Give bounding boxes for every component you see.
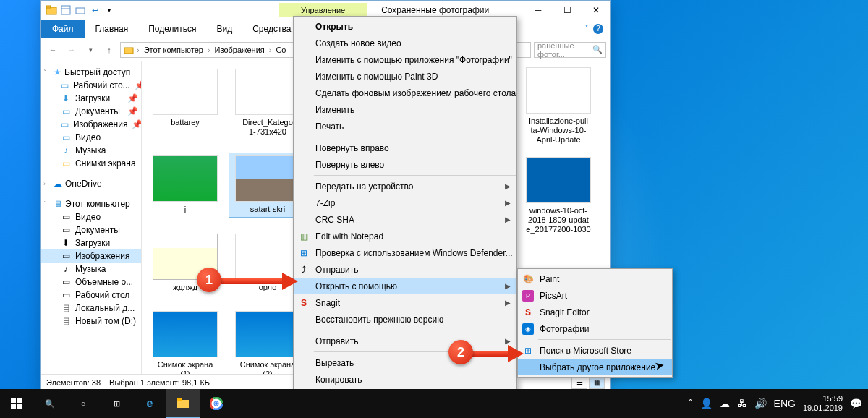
menu-defender[interactable]: ⊞Проверка с использованием Windows Defen…: [294, 244, 516, 261]
menu-cast[interactable]: Передать на устройство▶: [294, 178, 516, 195]
file-item[interactable]: j: [146, 153, 224, 217]
nav-pc-downloads[interactable]: ⬇Загрузки: [41, 236, 141, 249]
view-details-button[interactable]: ☰: [571, 376, 587, 389]
start-button[interactable]: [0, 389, 33, 418]
menu-notepad[interactable]: ▥Edit with Notepad++: [294, 228, 516, 244]
snagit-editor-icon: S: [522, 307, 534, 318]
nav-documents[interactable]: ▭Документы📌: [41, 105, 141, 118]
submenu-choose-app[interactable]: Выбрать другое приложение: [518, 359, 672, 375]
task-view-button[interactable]: ⊞: [100, 389, 133, 418]
nav-up-button[interactable]: ↑: [101, 42, 117, 58]
file-item[interactable]: windows-10-oct- 2018-1809-updat e_201772…: [519, 154, 597, 238]
search-input[interactable]: раненные фотог... 🔍: [534, 42, 606, 58]
close-button[interactable]: ✕: [582, 1, 610, 20]
nav-forward-button[interactable]: →: [64, 42, 80, 58]
nav-music[interactable]: ♪Музыка: [41, 144, 141, 157]
minimize-button[interactable]: ─: [524, 1, 553, 20]
edge-button[interactable]: e: [133, 389, 166, 418]
menu-print[interactable]: Печать: [294, 118, 516, 135]
nav-videos[interactable]: ▭Видео: [41, 131, 141, 144]
ribbon-help-icon[interactable]: ?: [593, 24, 603, 34]
menu-restore[interactable]: Восстановить прежнюю версию: [294, 311, 516, 328]
nav-pictures[interactable]: ▭Изображения📌: [41, 118, 141, 131]
annotation-arrow-2: [472, 351, 510, 357]
file-item[interactable]: Installazione-puli ta-Windows-10- April-…: [519, 64, 597, 148]
menu-cut[interactable]: Вырезать: [294, 354, 516, 371]
ribbon-file[interactable]: Файл: [41, 20, 85, 38]
svg-rect-6: [11, 398, 16, 403]
nav-quick-access[interactable]: ˅★Быстрый доступ: [41, 66, 141, 79]
menu-copy[interactable]: Копировать: [294, 371, 516, 388]
menu-open[interactable]: Открыть: [294, 18, 516, 35]
breadcrumb-folder[interactable]: Со: [274, 46, 287, 54]
tray-clock[interactable]: 15:59 19.01.2019: [803, 394, 843, 413]
tray-notifications-icon[interactable]: 💬: [850, 398, 862, 409]
menu-rotate-right[interactable]: Повернуть вправо: [294, 140, 516, 156]
file-item[interactable]: battarey: [146, 66, 224, 140]
nav-pc-pictures[interactable]: ▭Изображения: [41, 249, 141, 263]
tray-network-icon[interactable]: 🖧: [737, 398, 747, 409]
nav-pc-videos[interactable]: ▭Видео: [41, 210, 141, 223]
chrome-button[interactable]: [200, 389, 233, 418]
file-item[interactable]: Снимок экрана (1): [146, 308, 224, 374]
menu-7zip[interactable]: 7-Zip▶: [294, 195, 516, 211]
cortana-button[interactable]: ○: [67, 389, 100, 418]
submenu-snagit-editor[interactable]: SSnagit Editor: [518, 304, 672, 320]
annotation-arrow-1: [221, 278, 284, 284]
nav-pc-localdisk[interactable]: ⌸Локальный д...: [41, 302, 141, 315]
tray-language[interactable]: ENG: [774, 398, 796, 409]
view-icons-button[interactable]: ▦: [589, 376, 605, 389]
menu-crc[interactable]: CRC SHA▶: [294, 211, 516, 228]
tray-people-icon[interactable]: 👤: [700, 398, 712, 409]
nav-recent-button[interactable]: ▾: [82, 42, 98, 58]
menu-open-with[interactable]: Открыть с помощью▶: [294, 278, 516, 294]
svg-rect-4: [76, 8, 85, 14]
menu-set-wallpaper[interactable]: Сделать фоновым изображением рабочего ст…: [294, 85, 516, 101]
annotation-balloon-2: 2: [448, 340, 473, 364]
nav-back-button[interactable]: ←: [45, 42, 61, 58]
menu-edit[interactable]: Изменить: [294, 101, 516, 118]
nav-onedrive[interactable]: ›☁OneDrive: [41, 177, 141, 190]
submenu-picsart[interactable]: PPicsArt: [518, 287, 672, 304]
ribbon-view[interactable]: Вид: [206, 20, 242, 38]
nav-pc-music[interactable]: ♪Музыка: [41, 263, 141, 276]
ribbon-share[interactable]: Поделиться: [138, 20, 206, 38]
menu-edit-photos[interactable]: Изменить с помощью приложения "Фотографи…: [294, 51, 516, 68]
contextual-tab[interactable]: Управление: [279, 3, 367, 17]
tray-onedrive-icon[interactable]: ☁: [720, 398, 730, 409]
menu-share[interactable]: ⤴Отправить: [294, 261, 516, 278]
breadcrumb-thispc[interactable]: Этот компьютер: [142, 46, 205, 54]
nav-pc-documents[interactable]: ▭Документы: [41, 223, 141, 236]
svg-rect-1: [46, 6, 51, 8]
qat-properties-icon[interactable]: [59, 4, 72, 17]
nav-desktop[interactable]: ▭Рабочий сто...📌: [41, 79, 141, 92]
menu-send-to[interactable]: Отправить▶: [294, 333, 516, 349]
maximize-button[interactable]: ☐: [553, 1, 582, 20]
nav-screenshots[interactable]: ▭Снимки экрана: [41, 157, 141, 170]
search-button[interactable]: 🔍: [33, 389, 67, 418]
breadcrumb-pictures[interactable]: Изображения: [213, 46, 266, 54]
nav-pc-3dobjects[interactable]: ▭Объемные о...: [41, 276, 141, 289]
explorer-button[interactable]: [166, 389, 200, 418]
tray-volume-icon[interactable]: 🔊: [754, 398, 767, 409]
submenu-paint[interactable]: 🎨Paint: [518, 270, 672, 287]
folder-icon: [124, 45, 134, 55]
submenu-store[interactable]: ⊞Поиск в Microsoft Store: [518, 342, 672, 359]
qat-dropdown-icon[interactable]: ▾: [103, 4, 116, 17]
menu-rotate-left[interactable]: Повернуть влево: [294, 156, 516, 173]
menu-new-video[interactable]: Создать новое видео: [294, 35, 516, 51]
store-icon: ⊞: [522, 345, 534, 357]
ribbon-home[interactable]: Главная: [85, 20, 139, 38]
nav-downloads[interactable]: ⬇Загрузки📌: [41, 92, 141, 105]
svg-rect-5: [124, 48, 133, 54]
nav-pc-newvolume[interactable]: ⌸Новый том (D:): [41, 315, 141, 328]
nav-pc-desktop[interactable]: ▭Рабочий стол: [41, 289, 141, 302]
menu-snagit[interactable]: SSnagit▶: [294, 294, 516, 311]
qat-undo-icon[interactable]: ↩: [88, 4, 101, 17]
tray-chevron-icon[interactable]: ˄: [688, 398, 693, 409]
ribbon-expand-icon[interactable]: ˅: [584, 24, 589, 34]
qat-newfolder-icon[interactable]: [74, 4, 87, 17]
nav-thispc[interactable]: ˅🖥Этот компьютер: [41, 197, 141, 210]
submenu-photos[interactable]: ◉Фотографии: [518, 320, 672, 337]
menu-edit-paint3d[interactable]: Изменить с помощью Paint 3D: [294, 68, 516, 85]
